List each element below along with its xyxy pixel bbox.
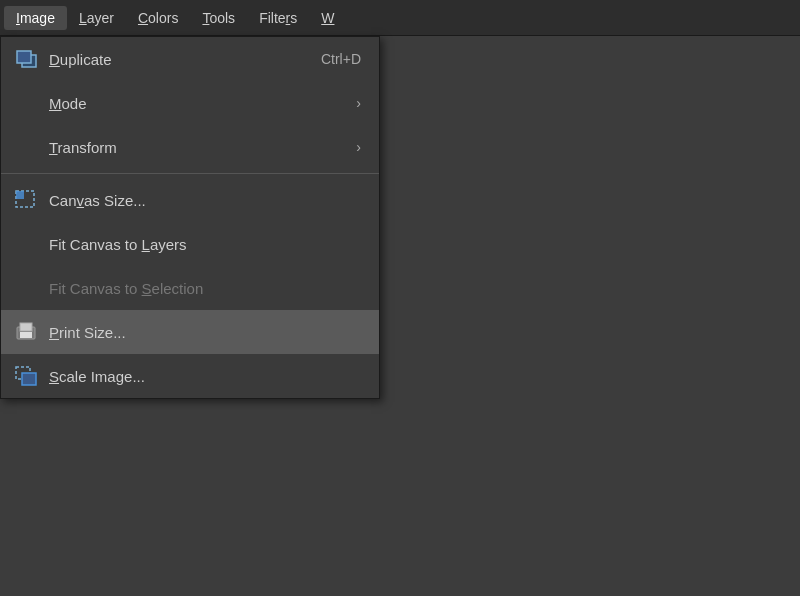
menu-item-duplicate-left: Duplicate (15, 47, 112, 71)
menu-item-scale-image-label: Scale Image... (49, 368, 145, 385)
menu-item-scale-image-left: Scale Image... (15, 364, 145, 388)
menubar: Image Layer Colors Tools Filters W (0, 0, 800, 36)
menu-item-fit-canvas-selection-label: Fit Canvas to Selection (49, 280, 203, 297)
menu-image-label: Image (16, 10, 55, 26)
menu-item-fit-canvas-selection-left: Fit Canvas to Selection (15, 276, 203, 300)
svg-rect-1 (17, 51, 31, 63)
menu-item-canvas-size[interactable]: Canvas Size... (1, 178, 379, 222)
duplicate-icon (15, 47, 39, 71)
transform-icon-placeholder (15, 135, 39, 159)
menu-filters[interactable]: Filters (247, 6, 309, 30)
menu-item-print-size-label: Print Size... (49, 324, 126, 341)
image-dropdown-menu: Duplicate Ctrl+D Mode › Transform › (0, 36, 380, 399)
menu-item-fit-canvas-selection: Fit Canvas to Selection (1, 266, 379, 310)
menu-item-duplicate[interactable]: Duplicate Ctrl+D (1, 37, 379, 81)
menu-item-mode[interactable]: Mode › (1, 81, 379, 125)
transform-submenu-arrow: › (356, 139, 361, 155)
menu-item-scale-image[interactable]: Scale Image... (1, 354, 379, 398)
fit-canvas-layers-icon-placeholder (15, 232, 39, 256)
menu-filters-label: Filters (259, 10, 297, 26)
menu-item-transform-left: Transform (15, 135, 117, 159)
svg-rect-3 (16, 191, 24, 199)
menu-item-duplicate-shortcut: Ctrl+D (321, 51, 361, 67)
menu-item-transform[interactable]: Transform › (1, 125, 379, 169)
menu-colors-label: Colors (138, 10, 178, 26)
menu-item-mode-label: Mode (49, 95, 87, 112)
mode-submenu-arrow: › (356, 95, 361, 111)
menu-item-print-size[interactable]: Print Size... (1, 310, 379, 354)
separator-1 (1, 173, 379, 174)
scale-image-icon (15, 364, 39, 388)
menu-item-canvas-size-label: Canvas Size... (49, 192, 146, 209)
menu-item-fit-canvas-layers[interactable]: Fit Canvas to Layers (1, 222, 379, 266)
menu-item-transform-label: Transform (49, 139, 117, 156)
svg-rect-5 (20, 323, 32, 331)
svg-rect-6 (20, 332, 32, 338)
menu-w-label: W (321, 10, 334, 26)
menu-image[interactable]: Image (4, 6, 67, 30)
menu-tools-label: Tools (202, 10, 235, 26)
menu-w[interactable]: W (309, 6, 346, 30)
fit-canvas-selection-icon-placeholder (15, 276, 39, 300)
menu-tools[interactable]: Tools (190, 6, 247, 30)
menu-item-fit-canvas-layers-label: Fit Canvas to Layers (49, 236, 187, 253)
canvas-size-icon (15, 188, 39, 212)
menu-item-canvas-size-left: Canvas Size... (15, 188, 146, 212)
print-size-icon (15, 320, 39, 344)
svg-rect-8 (22, 373, 36, 385)
menu-item-duplicate-label: Duplicate (49, 51, 112, 68)
menu-item-fit-canvas-layers-left: Fit Canvas to Layers (15, 232, 187, 256)
menu-item-mode-left: Mode (15, 91, 87, 115)
mode-icon-placeholder (15, 91, 39, 115)
menu-layer[interactable]: Layer (67, 6, 126, 30)
menu-colors[interactable]: Colors (126, 6, 190, 30)
menu-layer-label: Layer (79, 10, 114, 26)
menu-item-print-size-left: Print Size... (15, 320, 126, 344)
